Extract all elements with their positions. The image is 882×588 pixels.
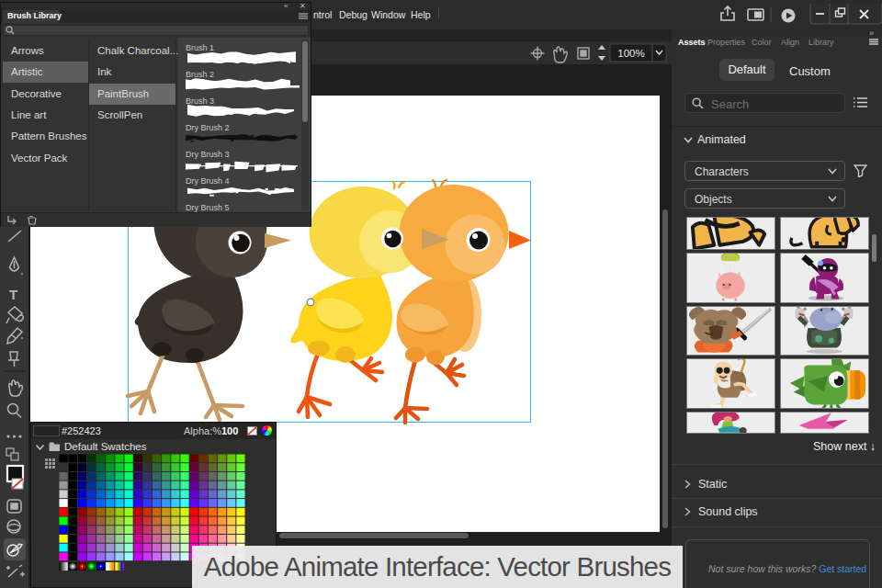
svg-text:T: T xyxy=(9,287,17,302)
